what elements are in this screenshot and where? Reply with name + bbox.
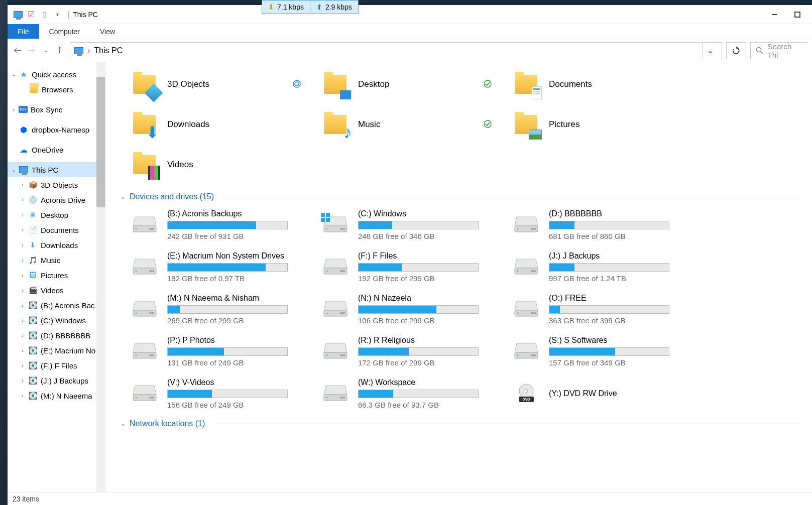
chevron-down-icon[interactable]: ⌄ <box>10 167 18 173</box>
chevron-down-icon[interactable]: ⌄ <box>121 193 126 200</box>
drive-item[interactable]: (E:) Macrium Non System Drives182 GB fre… <box>131 249 316 285</box>
search-icon <box>756 47 764 55</box>
sidebar-item[interactable]: ›💿Acronis Drive <box>8 192 105 207</box>
drive-name: (F:) F Files <box>358 251 507 261</box>
forward-button[interactable]: 🡢 <box>26 45 38 57</box>
sidebar-item[interactable]: ›🎵Music <box>8 252 105 268</box>
folder-item[interactable]: Desktop <box>321 67 507 102</box>
drive-item[interactable]: (W:) Workspace66.3 GB free of 93.7 GB <box>321 376 507 411</box>
svg-line-3 <box>761 52 763 54</box>
content-pane[interactable]: 3D ObjectsDesktopDocuments⬇Downloads♪Mus… <box>105 62 812 492</box>
chevron-right-icon[interactable]: › <box>19 377 27 384</box>
drive-free-text: 242 GB free of 931 GB <box>167 232 316 240</box>
sidebar-item[interactable]: ›📄Documents <box>8 222 105 237</box>
chevron-right-icon[interactable]: › <box>19 242 27 248</box>
chevron-right-icon[interactable]: › <box>19 287 27 293</box>
up-button[interactable]: 🡡 <box>54 45 66 57</box>
section-drives[interactable]: ⌄ Devices and drives (15) <box>121 192 802 201</box>
item-icon: 💽 <box>28 375 38 386</box>
chevron-right-icon[interactable]: › <box>19 347 27 353</box>
drive-item[interactable]: DVD(Y:) DVD RW Drive <box>512 376 698 411</box>
chevron-right-icon[interactable]: › <box>10 106 18 112</box>
sidebar-item[interactable]: ›💽(M:) N Naeema <box>8 388 105 403</box>
sidebar-item-browsers[interactable]: Browsers <box>8 82 105 97</box>
drive-item[interactable]: (J:) J Backups997 GB free of 1.24 TB <box>512 249 698 285</box>
folder-item[interactable]: Pictures <box>512 107 698 142</box>
drive-item[interactable]: (F:) F Files192 GB free of 299 GB <box>321 249 507 285</box>
chevron-right-icon[interactable]: › <box>19 393 27 399</box>
drive-item[interactable]: (V:) V-Videos156 GB free of 249 GB <box>131 376 316 411</box>
chevron-right-icon[interactable]: › <box>19 317 27 323</box>
sidebar-item-dropbox[interactable]: ⬢ dropbox-Namesp <box>8 122 105 137</box>
qat-properties-icon[interactable]: ☑ <box>26 9 37 20</box>
chevron-right-icon[interactable]: › <box>19 332 27 338</box>
back-button[interactable]: 🡠 <box>12 45 24 57</box>
sidebar-item[interactable]: ›🖼Pictures <box>8 268 105 283</box>
sidebar-item[interactable]: ›📦3D Objects <box>8 177 105 192</box>
sidebar-item[interactable]: ›⬇Downloads <box>8 237 105 252</box>
address-bar[interactable]: › This PC ⌄ <box>70 42 722 59</box>
breadcrumb[interactable]: This PC <box>94 46 123 55</box>
tab-file[interactable]: File <box>8 24 39 39</box>
sidebar: ⌄ ★ Quick access Browsers › box Box Sync… <box>8 62 105 492</box>
sidebar-item[interactable]: ›💽(E:) Macrium No <box>8 343 105 358</box>
folder-item[interactable]: ♪Music <box>321 107 507 142</box>
folder-item[interactable]: 3D Objects <box>131 67 316 102</box>
drive-item[interactable]: (R:) R Religious172 GB free of 299 GB <box>321 334 507 369</box>
drive-item[interactable]: (C:) Windows248 GB free of 346 GB <box>321 207 507 242</box>
folder-item[interactable]: Documents <box>512 67 698 102</box>
drive-usage-bar <box>167 347 288 356</box>
sidebar-item[interactable]: ›💽(C:) Windows <box>8 313 105 328</box>
svg-point-18 <box>517 228 518 230</box>
chevron-right-icon[interactable]: › <box>19 182 27 188</box>
section-network[interactable]: ⌄ Network locations (1) <box>121 419 802 428</box>
chevron-right-icon[interactable]: › <box>19 197 27 203</box>
chevron-right-icon[interactable]: › <box>19 302 27 308</box>
sidebar-item[interactable]: ›💽(F:) F Files <box>8 358 105 373</box>
drive-item[interactable]: (B:) Acronis Backups242 GB free of 931 G… <box>131 207 316 242</box>
svg-rect-34 <box>340 312 345 314</box>
drive-item[interactable]: (D:) BBBBBBB681 GB free of 860 GB <box>512 207 698 242</box>
recent-dropdown[interactable]: ⌄ <box>40 45 52 57</box>
refresh-button[interactable] <box>726 42 746 59</box>
drive-item[interactable]: (S:) S Softwares157 GB free of 349 GB <box>512 334 698 369</box>
svg-rect-46 <box>531 354 536 356</box>
chevron-right-icon[interactable] <box>10 127 18 133</box>
folder-item[interactable]: ⬇Downloads <box>131 107 316 142</box>
chevron-right-icon[interactable] <box>10 147 18 153</box>
sidebar-item-quick-access[interactable]: ⌄ ★ Quick access <box>8 67 105 82</box>
chevron-right-icon[interactable]: › <box>19 257 27 263</box>
sidebar-item[interactable]: ›🖥Desktop <box>8 207 105 222</box>
sidebar-item[interactable]: ›💽(D:) BBBBBBB <box>8 328 105 343</box>
address-dropdown[interactable]: ⌄ <box>703 42 718 59</box>
sidebar-item[interactable]: ›💽(J:) J Backups <box>8 373 105 388</box>
sidebar-scrollbar-thumb[interactable] <box>96 77 105 207</box>
sidebar-item-box-sync[interactable]: › box Box Sync <box>8 102 105 117</box>
drive-item[interactable]: (N:) N Nazeela106 GB free of 299 GB <box>321 292 507 327</box>
sidebar-item[interactable]: ›🎬Videos <box>8 283 105 298</box>
chevron-right-icon[interactable]: › <box>19 227 27 233</box>
chevron-right-icon[interactable]: › <box>19 212 27 218</box>
folder-item[interactable]: Videos <box>131 147 316 182</box>
drive-free-text: 172 GB free of 299 GB <box>358 358 507 367</box>
chevron-right-icon[interactable]: › <box>19 362 27 368</box>
maximize-button[interactable] <box>786 7 809 22</box>
drive-item[interactable]: (M:) N Naeema & Nisham269 GB free of 299… <box>131 292 316 327</box>
tab-computer[interactable]: Computer <box>39 24 90 39</box>
drive-item[interactable]: (P:) P Photos131 GB free of 249 GB <box>131 334 316 369</box>
qat-dropdown-icon[interactable]: ▾ <box>52 9 63 20</box>
search-input[interactable]: Search Thi <box>750 42 808 59</box>
sidebar-item[interactable]: ›💽(B:) Acronis Bac <box>8 298 105 313</box>
drive-item[interactable]: (O:) FREE363 GB free of 399 GB <box>512 292 698 327</box>
sidebar-item-this-pc[interactable]: ⌄ This PC <box>8 162 105 177</box>
sidebar-item-onedrive[interactable]: ☁ OneDrive <box>8 142 105 157</box>
tab-view[interactable]: View <box>90 24 125 39</box>
chevron-right-icon[interactable]: › <box>19 272 27 278</box>
drive-usage-bar <box>358 347 479 356</box>
app-icon[interactable] <box>13 9 24 20</box>
chevron-down-icon[interactable]: ⌄ <box>10 71 18 78</box>
svg-rect-52 <box>340 397 345 399</box>
chevron-down-icon[interactable]: ⌄ <box>121 420 126 427</box>
minimize-button[interactable] <box>763 7 786 22</box>
qat-newfolder-icon[interactable]: ▯ <box>39 9 50 20</box>
